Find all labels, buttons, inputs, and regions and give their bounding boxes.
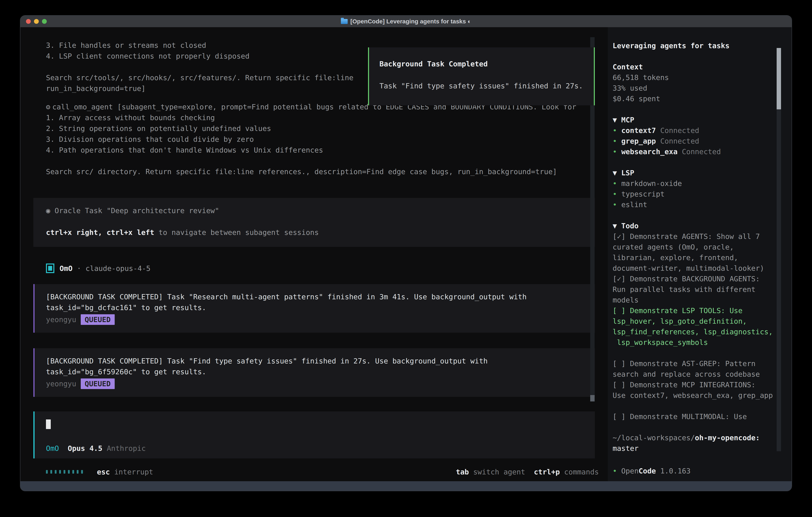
message-line-2: task_id="bg_6f59260c" to get results.	[46, 368, 206, 376]
bullet-icon: •	[613, 200, 617, 209]
bullet-icon: •	[613, 179, 617, 188]
brand-dim: Open	[621, 467, 639, 475]
message-user: yeongyu	[46, 316, 76, 324]
sidebar-scrollbar-track[interactable]	[777, 48, 781, 451]
mcp-status: Connected	[656, 126, 699, 135]
context-heading: Context	[613, 61, 788, 72]
active-model-label[interactable]: Opus 4.5	[68, 444, 102, 453]
provider-label: Anthropic	[107, 444, 146, 453]
mcp-name: websearch_exa	[621, 147, 677, 156]
gear-icon: ⚙	[46, 103, 50, 111]
bullet-icon: •	[613, 190, 617, 198]
mcp-name: context7	[621, 126, 656, 135]
lsp-name: markdown-oxide	[621, 179, 682, 188]
bullet-icon: •	[613, 147, 617, 156]
session-title: Leveraging agents for tasks	[613, 40, 788, 51]
background-task-notification: Background Task Completed Task "Find typ…	[368, 47, 595, 105]
agent-model: claude-opus-4-5	[86, 264, 150, 272]
message-line-1: [BACKGROUND TASK COMPLETED] Task "Find t…	[46, 357, 488, 365]
lsp-name: eslint	[621, 200, 647, 209]
workspace-dir: ~/local-workspaces/	[613, 434, 695, 442]
minimize-window-button[interactable]	[34, 19, 39, 24]
esc-key-label: interrupt	[110, 468, 153, 476]
lsp-item: • typescript	[613, 189, 788, 199]
oracle-task-panel: ◉ Oracle Task "Deep architecture review"…	[33, 198, 595, 247]
subagent-session-row[interactable]: OmO · claude-opus-4-5	[46, 263, 150, 274]
agent-name: OmO	[60, 264, 72, 272]
context-used: 33% used	[613, 83, 788, 93]
close-window-button[interactable]	[26, 19, 31, 24]
tab-key-hint: tab	[456, 468, 469, 476]
oracle-task-title-text: Oracle Task "Deep architecture review"	[50, 207, 219, 215]
mcp-status: Connected	[656, 137, 699, 145]
background-task-message: [BACKGROUND TASK COMPLETED] Task "Resear…	[33, 284, 595, 333]
lsp-item: • eslint	[613, 199, 788, 210]
todo-section-header[interactable]: ▼ Todo	[613, 220, 788, 231]
traffic-lights	[26, 19, 47, 24]
status-bar: esc interrupt tab switch agent ctrl+p co…	[46, 466, 599, 477]
window-title-group: [OpenCode] Leveraging agents for tasks ◐	[341, 18, 471, 25]
busy-spinner-icon	[46, 470, 83, 473]
hint-text: to navigate between subagent sessions	[154, 228, 319, 237]
todo-pending-items: [ ] Demonstrate MULTIMODAL: Use	[613, 411, 788, 422]
workspace-repo: oh-my-opencode:	[695, 434, 760, 442]
oracle-task-title: ◉ Oracle Task "Deep architecture review"	[46, 207, 219, 215]
lsp-section-header[interactable]: ▼ LSP	[613, 167, 788, 178]
notification-title: Background Task Completed	[379, 60, 488, 68]
status-bar-right: tab switch agent ctrl+p commands	[456, 468, 599, 476]
brand-bright: Code	[639, 467, 656, 475]
mcp-item: • context7 Connected	[613, 125, 788, 136]
notification-body: Task "Find type safety issues" finished …	[379, 82, 583, 90]
opencode-version-row: • OpenCode 1.0.163	[613, 466, 788, 476]
bullet-icon: •	[613, 467, 621, 475]
version-number: 1.0.163	[656, 467, 691, 475]
todo-done-items: [✓] Demonstrate AGENTS: Show all 7 curat…	[613, 231, 788, 305]
message-line-2: task_id="bg_dcfac161" to get results.	[46, 303, 206, 312]
text-cursor	[46, 419, 51, 429]
folder-icon	[341, 19, 348, 24]
lsp-item: • markdown-oxide	[613, 178, 788, 189]
ctrlp-key-label: commands	[560, 468, 599, 476]
window-bottom-frame	[20, 481, 792, 491]
workspace-branch: master	[613, 443, 788, 454]
prompt-input[interactable]: OmO Opus 4.5 Anthropic	[33, 411, 595, 458]
session-sidebar: Leveraging agents for tasks Context 66,5…	[608, 27, 792, 481]
record-bullet-icon: ◉	[46, 207, 50, 215]
sidebar-scrollbar-thumb[interactable]	[777, 48, 781, 109]
main-scrollbar-thumb[interactable]	[590, 395, 594, 402]
omo-agent-icon	[46, 264, 54, 273]
queued-status-badge: QUEUED	[81, 314, 115, 325]
hint-keys: ctrl+x right, ctrl+x left	[46, 228, 154, 237]
app-window: [OpenCode] Leveraging agents for tasks ◐…	[20, 15, 792, 491]
mcp-name: grep_app	[621, 137, 656, 145]
mcp-item: • grep_app Connected	[613, 136, 788, 146]
background-task-message: [BACKGROUND TASK COMPLETED] Task "Find t…	[33, 348, 595, 397]
tab-key-label: switch agent	[469, 468, 525, 476]
tool-call-body-text: 1. Array access without bounds checking …	[46, 112, 557, 177]
bullet-icon: •	[613, 126, 617, 135]
maximize-window-button[interactable]	[42, 19, 47, 24]
window-title: [OpenCode] Leveraging agents for tasks ◐	[350, 18, 471, 25]
lsp-name: typescript	[621, 190, 665, 198]
message-user: yeongyu	[46, 380, 76, 388]
todo-pending-items: [ ] Demonstrate AST-GREP: Pattern search…	[613, 358, 788, 401]
agent-separator: ·	[72, 264, 86, 272]
workspace-path: ~/local-workspaces/oh-my-opencode:	[613, 432, 788, 443]
mcp-status: Connected	[677, 147, 721, 156]
esc-key-hint: esc	[97, 468, 110, 476]
titlebar: [OpenCode] Leveraging agents for tasks ◐	[20, 16, 792, 27]
terminal-scrollback-text: 3. File handles or streams not closed 4.…	[46, 40, 353, 94]
message-line-1: [BACKGROUND TASK COMPLETED] Task "Resear…	[46, 293, 527, 301]
terminal-main-pane[interactable]: 3. File handles or streams not closed 4.…	[20, 27, 608, 481]
ctrlp-key-hint: ctrl+p	[525, 468, 560, 476]
queued-status-badge: QUEUED	[81, 378, 115, 389]
context-tokens: 66,518 tokens	[613, 72, 788, 83]
context-spent: $0.46 spent	[613, 93, 788, 104]
input-footer: OmO Opus 4.5 Anthropic	[46, 444, 146, 453]
active-agent-label[interactable]: OmO	[46, 444, 59, 453]
todo-active-item: [ ] Demonstrate LSP TOOLS: Use lsp_hover…	[613, 305, 788, 348]
oracle-navigation-hint: ctrl+x right, ctrl+x left to navigate be…	[46, 228, 319, 237]
bullet-icon: •	[613, 137, 617, 145]
mcp-section-header[interactable]: ▼ MCP	[613, 114, 788, 125]
mcp-item: • websearch_exa Connected	[613, 146, 788, 157]
